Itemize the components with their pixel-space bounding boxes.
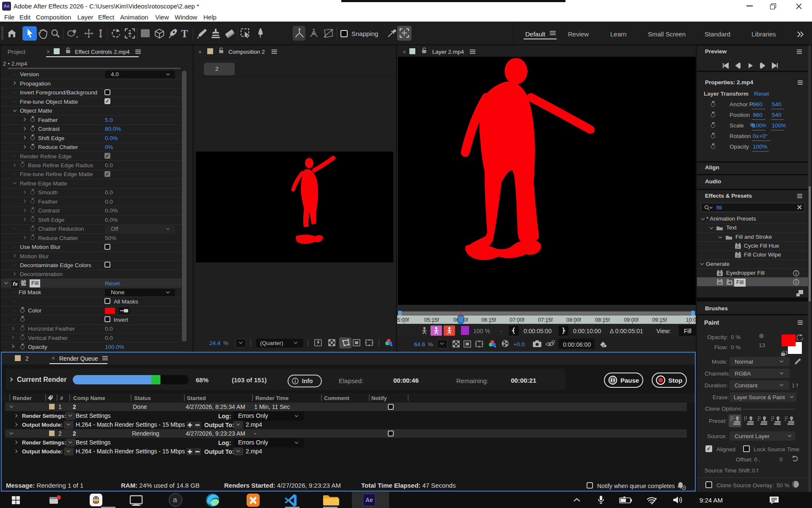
svg-text:32: 32 xyxy=(718,281,722,285)
svg-text:8: 8 xyxy=(719,272,721,276)
svg-text:fx: fx xyxy=(737,254,739,258)
svg-text:fx: fx xyxy=(737,245,739,249)
